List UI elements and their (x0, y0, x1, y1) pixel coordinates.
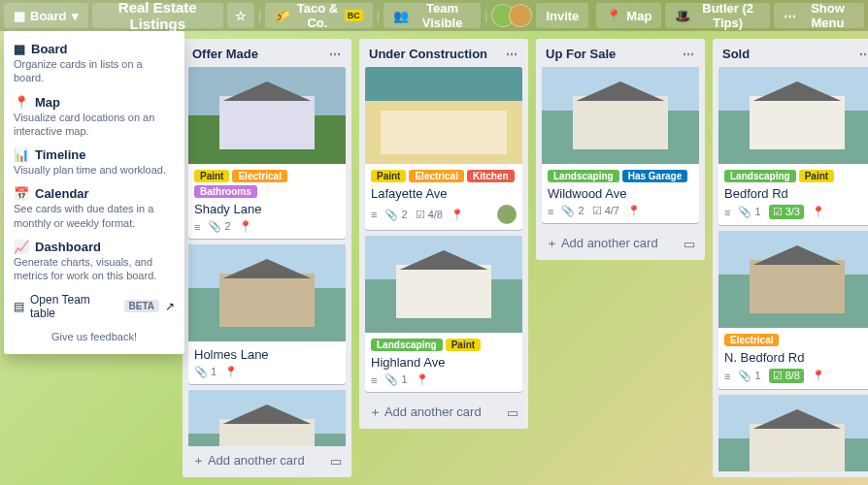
card-label[interactable]: Electrical (724, 334, 779, 346)
add-card-button[interactable]: ＋ Add another card▭ (188, 446, 346, 471)
card[interactable]: ElectricalN. Bedford Rd≡📎 1☑ 8/8📍 (718, 231, 868, 389)
card-cover-image (188, 244, 346, 341)
taco-icon: 🌮 (275, 9, 290, 23)
list-menu-icon[interactable]: ⋯ (859, 48, 868, 61)
card-cover-image (365, 67, 522, 164)
attachment-badge: 📎 2 (384, 209, 407, 221)
timeline-icon: 📊 (14, 147, 29, 162)
pin-icon: 📍 (606, 9, 621, 23)
card-cover-image (542, 67, 699, 164)
dashboard-icon: 📈 (14, 240, 29, 254)
card[interactable]: LandscapingPaintHighland Ave≡📎 1📍 (365, 236, 522, 392)
board-header: ▦ Board ▾ Real Estate Listings ☆ | 🌮 Tac… (0, 0, 868, 31)
attachment-badge: 📎 2 (208, 220, 230, 233)
card-label[interactable]: Has Garage (622, 170, 688, 182)
card-label[interactable]: Landscaping (548, 170, 619, 182)
card-cover-image (188, 67, 346, 164)
card-label[interactable]: Paint (799, 170, 834, 182)
dropdown-team-table[interactable]: ▤ Open Team table BETA ↗ (4, 288, 184, 325)
butler-button[interactable]: 🎩Butler (2 Tips) (665, 3, 770, 28)
description-badge: ≡ (194, 221, 200, 233)
card-label[interactable]: Paint (194, 170, 229, 182)
workspace-button[interactable]: 🌮 Taco & Co. BC (265, 3, 373, 28)
show-menu-button[interactable]: ⋯Show Menu (774, 3, 864, 28)
member-avatars[interactable] (491, 4, 532, 27)
card[interactable]: LandscapingPaintKitchenHalstead Ave≡📎 2📍 (188, 390, 346, 446)
workspace-badge: BC (345, 10, 363, 21)
beta-badge: BETA (124, 300, 159, 312)
dropdown-item-timeline[interactable]: 📊TimelineVisually plan time and workload… (4, 143, 184, 181)
dropdown-item-dashboard[interactable]: 📈DashboardGenerate charts, visuals, and … (4, 235, 184, 288)
chevron-down-icon: ▾ (72, 9, 79, 23)
card[interactable] (718, 395, 868, 471)
visibility-button[interactable]: 👥 Team Visible (384, 3, 481, 28)
board-title[interactable]: Real Estate Listings (92, 3, 223, 28)
card-label[interactable]: Paint (371, 170, 406, 182)
list-menu-icon[interactable]: ⋯ (329, 48, 342, 61)
dropdown-item-map[interactable]: 📍MapVisualize card locations on an inter… (4, 90, 184, 144)
attachment-badge: 📎 1 (384, 373, 407, 386)
card-label[interactable]: Landscaping (371, 339, 443, 351)
table-icon: ▤ (14, 300, 24, 313)
checklist-badge: ☑ 4/7 (592, 205, 619, 217)
description-badge: ≡ (724, 371, 730, 382)
list-menu-icon[interactable]: ⋯ (683, 48, 695, 61)
add-card-button[interactable]: ＋ Add another card▭ (365, 398, 522, 423)
card-label[interactable]: Electrical (232, 170, 286, 182)
description-badge: ≡ (371, 374, 377, 386)
list-title[interactable]: Under Construction (369, 47, 487, 61)
card-label[interactable]: Bathrooms (194, 185, 257, 198)
calendar-icon: 📅 (14, 186, 29, 201)
card-cover-image (718, 231, 868, 328)
location-badge: 📍 (812, 370, 825, 382)
location-badge: 📍 (627, 205, 641, 217)
board-view-switcher[interactable]: ▦ Board ▾ (4, 3, 88, 28)
location-badge: 📍 (239, 220, 252, 233)
map-button[interactable]: 📍Map (596, 3, 661, 28)
card-cover-image (718, 395, 868, 471)
board-icon: ▦ (14, 9, 25, 23)
map-icon: 📍 (14, 95, 29, 110)
add-card-button[interactable]: ＋ Add another card▭ (542, 229, 699, 254)
card-label[interactable]: Kitchen (467, 170, 515, 182)
star-button[interactable]: ☆ (227, 3, 254, 28)
card-label[interactable]: Paint (446, 339, 481, 351)
butler-icon: 🎩 (675, 9, 690, 23)
location-badge: 📍 (451, 209, 464, 221)
feedback-link[interactable]: Give us feedback! (4, 325, 184, 348)
dropdown-item-calendar[interactable]: 📅CalendarSee cards with due dates in a m… (4, 181, 184, 235)
list-title[interactable]: Sold (722, 47, 750, 61)
template-icon[interactable]: ▭ (330, 454, 342, 469)
card[interactable]: Holmes Lane📎 1📍 (188, 244, 346, 384)
checklist-badge: ☑ 8/8 (769, 369, 804, 383)
list-title[interactable]: Up For Sale (546, 47, 616, 61)
list-menu-icon[interactable]: ⋯ (506, 48, 518, 61)
card-cover-image (188, 390, 346, 446)
description-badge: ≡ (724, 207, 730, 218)
card-title: N. Bedford Rd (724, 350, 868, 365)
card-label[interactable]: Landscaping (724, 170, 796, 182)
description-badge: ≡ (371, 209, 377, 220)
card[interactable]: LandscapingPaintBedford Rd≡📎 1☑ 3/3📍 (718, 67, 868, 225)
card[interactable]: PaintElectricalKitchenLafayette Ave≡📎 2☑… (365, 67, 522, 230)
list: Offer Made⋯PaintElectricalBathroomsShady… (183, 39, 351, 477)
card-label[interactable]: Electrical (409, 170, 463, 182)
card[interactable]: LandscapingHas GarageWildwood Ave≡📎 2☑ 4… (542, 67, 699, 223)
list: Up For Sale⋯LandscapingHas GarageWildwoo… (536, 39, 705, 260)
card-title: Shady Lane (194, 202, 340, 216)
location-badge: 📍 (812, 206, 825, 218)
list-title[interactable]: Offer Made (192, 47, 258, 61)
card-title: Lafayette Ave (371, 186, 517, 201)
team-icon: 👥 (393, 9, 409, 23)
card-title: Highland Ave (371, 355, 517, 370)
checklist-badge: ☑ 4/8 (416, 209, 443, 221)
invite-button[interactable]: Invite (536, 3, 588, 28)
member-avatar[interactable] (497, 205, 517, 224)
template-icon[interactable]: ▭ (507, 405, 518, 420)
attachment-badge: 📎 2 (561, 205, 584, 217)
card-title: Holmes Lane (194, 347, 340, 362)
card-title: Bedford Rd (724, 186, 868, 201)
dropdown-item-board[interactable]: ▦BoardOrganize cards in lists on a board… (4, 37, 184, 90)
card[interactable]: PaintElectricalBathroomsShady Lane≡📎 2📍 (188, 67, 346, 239)
template-icon[interactable]: ▭ (684, 237, 695, 251)
